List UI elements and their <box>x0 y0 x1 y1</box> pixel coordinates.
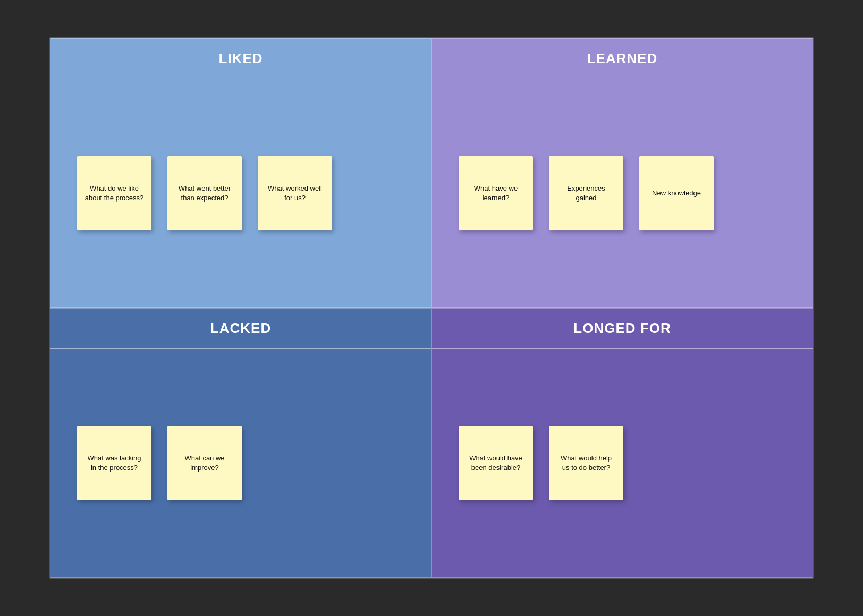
liked-note-1[interactable]: What went better than expected? <box>167 156 242 230</box>
liked-header: LIKED <box>50 39 431 79</box>
lacked-title: LACKED <box>61 320 420 337</box>
lacked-header: LACKED <box>50 309 431 349</box>
longed-header: LONGED FOR <box>432 309 813 349</box>
learned-note-0[interactable]: What have we learned? <box>459 156 533 230</box>
longed-note-1[interactable]: What would help us to do better? <box>549 426 623 500</box>
lacked-content: What was lacking in the process?What can… <box>50 349 431 577</box>
learned-content: What have we learned?Experiences gainedN… <box>432 79 813 307</box>
quadrant-longed: LONGED FORWhat would have been desirable… <box>432 308 813 578</box>
longed-content: What would have been desirable?What woul… <box>432 349 813 577</box>
liked-note-2[interactable]: What worked well for us? <box>258 156 332 230</box>
liked-note-0[interactable]: What do we like about the process? <box>77 156 151 230</box>
learned-title: LEARNED <box>443 50 802 67</box>
lacked-note-1[interactable]: What can we improve? <box>167 426 242 500</box>
liked-title: LIKED <box>61 50 420 67</box>
longed-note-0[interactable]: What would have been desirable? <box>459 426 533 500</box>
liked-content: What do we like about the process?What w… <box>50 79 431 307</box>
lacked-note-0[interactable]: What was lacking in the process? <box>77 426 151 500</box>
learned-note-2[interactable]: New knowledge <box>639 156 714 230</box>
retrospective-board: LIKEDWhat do we like about the process?W… <box>49 37 814 579</box>
quadrant-learned: LEARNEDWhat have we learned?Experiences … <box>432 38 813 308</box>
learned-header: LEARNED <box>432 39 813 79</box>
quadrant-liked: LIKEDWhat do we like about the process?W… <box>50 38 432 308</box>
longed-title: LONGED FOR <box>443 320 802 337</box>
learned-note-1[interactable]: Experiences gained <box>549 156 623 230</box>
quadrant-lacked: LACKEDWhat was lacking in the process?Wh… <box>50 308 432 578</box>
